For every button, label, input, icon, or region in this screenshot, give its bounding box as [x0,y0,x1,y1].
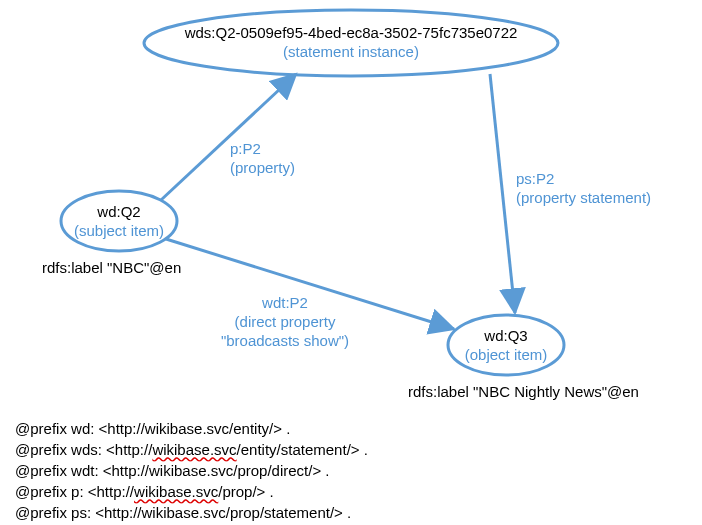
prefix-block: @prefix wd: <http://wikibase.svc/entity/… [15,418,368,523]
edge-ps [490,74,515,313]
prefix-p: @prefix p: <http://wikibase.svc/prop/> . [15,481,368,502]
prefix-ps: @prefix ps: <http://wikibase.svc/prop/st… [15,502,368,523]
prefix-wds: @prefix wds: <http://wikibase.svc/entity… [15,439,368,460]
prefix-wd: @prefix wd: <http://wikibase.svc/entity/… [15,418,368,439]
edge-wdt [166,239,454,329]
node-subject [61,191,177,251]
prefix-wdt: @prefix wdt: <http://wikibase.svc/prop/d… [15,460,368,481]
edge-p [161,74,296,200]
node-object [448,315,564,375]
node-statement [144,10,558,76]
